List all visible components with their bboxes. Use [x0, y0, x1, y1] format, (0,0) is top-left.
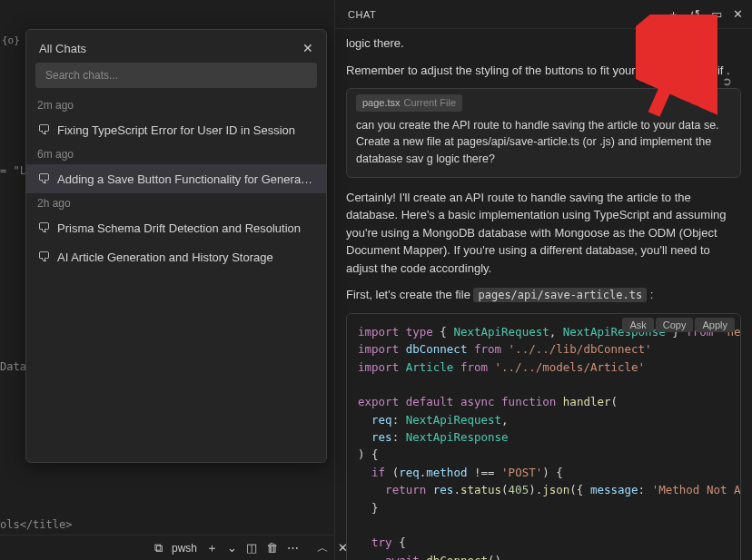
- chats-header: All Chats ✕: [26, 30, 326, 63]
- chat-item[interactable]: 🗨Prisma Schema Drift Detection and Resol…: [26, 213, 326, 242]
- chats-title: All Chats: [39, 42, 86, 55]
- search-input[interactable]: [35, 63, 317, 88]
- chat-body: logic there. Remember to adjust the styl…: [335, 29, 752, 560]
- chevron-down-icon[interactable]: ⌄: [227, 541, 237, 555]
- file-chip[interactable]: page.tsx Current File: [356, 94, 462, 112]
- new-chat-icon[interactable]: ＋: [668, 6, 679, 23]
- more-icon[interactable]: ⋯: [287, 541, 299, 555]
- editor-background-bottom: ols</title>: [0, 518, 72, 531]
- split-terminal-icon[interactable]: ◫: [246, 541, 257, 555]
- chat-panel: CHAT ＋ ↺ ▭ ✕ logic there. Remember to ad…: [334, 0, 752, 560]
- copy-icon[interactable]: ⧉: [705, 73, 713, 91]
- terminal-icon[interactable]: ⧉: [154, 541, 163, 555]
- trash-icon[interactable]: 🗑: [266, 541, 278, 555]
- close-icon[interactable]: ✕: [338, 541, 348, 555]
- chats-list: 2m ago🗨Fixing TypeScript Error for User …: [26, 95, 326, 271]
- code-actions: Ask Copy Apply: [622, 318, 735, 332]
- chat-bubble-icon: 🗨: [37, 221, 50, 235]
- add-terminal-icon[interactable]: ＋: [206, 540, 218, 556]
- file-badge: Current File: [404, 95, 456, 111]
- chat-bubble-icon: 🗨: [37, 250, 50, 264]
- user-message-text: can you create the API route to handle s…: [347, 117, 740, 177]
- chat-group-time: 2h ago: [26, 193, 326, 213]
- chat-group-time: 6m ago: [26, 144, 326, 164]
- chat-tab[interactable]: CHAT: [344, 9, 380, 20]
- all-chats-panel: All Chats ✕ 2m ago🗨Fixing TypeScript Err…: [25, 29, 327, 463]
- chevron-up-icon[interactable]: ︿: [317, 540, 329, 556]
- chat-tabbar: CHAT ＋ ↺ ▭ ✕: [335, 0, 752, 29]
- shell-name[interactable]: pwsh: [172, 542, 197, 555]
- message-header: page.tsx Current File ⧉ ➲: [347, 89, 740, 117]
- terminal-bar: ⧉ pwsh ＋ ⌄ ◫ 🗑 ⋯ ︿ ✕: [0, 535, 334, 560]
- chat-item-label: Adding a Save Button Functionality for G…: [57, 172, 315, 186]
- code-block: Ask Copy Apply import type { NextApiRequ…: [346, 313, 741, 560]
- close-icon[interactable]: ✕: [733, 7, 743, 21]
- file-name: page.tsx: [362, 95, 401, 111]
- user-message: page.tsx Current File ⧉ ➲ can you create…: [346, 88, 741, 178]
- chat-group-time: 2m ago: [26, 95, 326, 115]
- history-icon[interactable]: ↺: [690, 7, 700, 21]
- chat-item-label: Fixing TypeScript Error for User ID in S…: [57, 123, 295, 137]
- close-icon[interactable]: ✕: [302, 41, 313, 55]
- assistant-paragraph: Certainly! I'll create an API route to h…: [346, 189, 741, 278]
- chat-item[interactable]: 🗨AI Article Generation and History Stora…: [26, 242, 326, 271]
- code-content: import type { NextApiRequest, NextApiRes…: [358, 323, 729, 560]
- ask-button[interactable]: Ask: [622, 318, 653, 332]
- copy-button[interactable]: Copy: [656, 318, 694, 332]
- chat-item[interactable]: 🗨Fixing TypeScript Error for User ID in …: [26, 115, 326, 144]
- assistant-line: Remember to adjust the styling of the bu…: [346, 62, 741, 80]
- assistant-paragraph: First, let's create the file pages/api/s…: [346, 286, 741, 304]
- chat-bubble-icon: 🗨: [37, 123, 50, 137]
- dock-icon[interactable]: ▭: [711, 7, 722, 21]
- inline-code: pages/api/save-article.ts: [473, 288, 647, 302]
- chat-bubble-icon: 🗨: [37, 172, 50, 186]
- chat-item[interactable]: 🗨Adding a Save Button Functionality for …: [26, 164, 326, 193]
- assistant-line: logic there.: [346, 34, 741, 53]
- chat-item-label: Prisma Schema Drift Detection and Resolu…: [57, 221, 301, 235]
- chat-item-label: AI Article Generation and History Storag…: [57, 251, 273, 264]
- insert-icon[interactable]: ➲: [722, 73, 732, 91]
- apply-button[interactable]: Apply: [695, 318, 735, 332]
